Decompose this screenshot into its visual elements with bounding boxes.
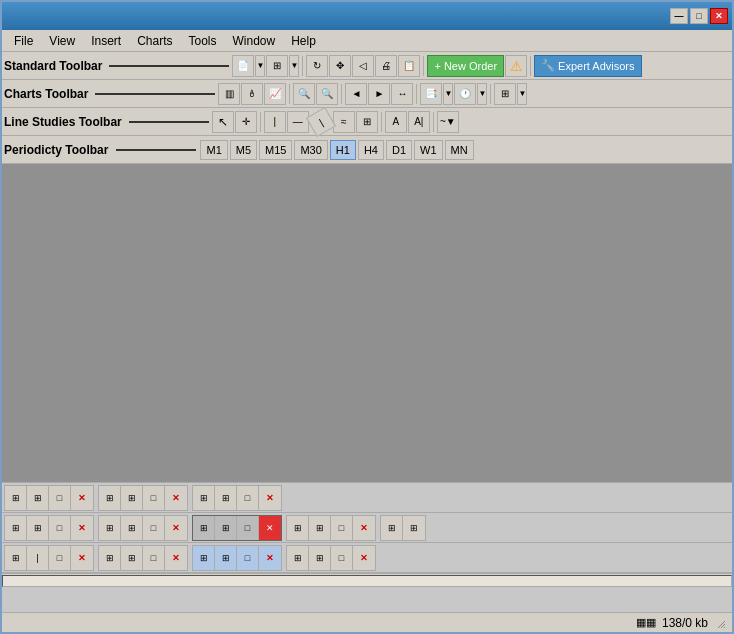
trend-line-button[interactable]: | xyxy=(306,106,336,136)
tab3-icon-4[interactable]: ⊞ xyxy=(99,546,121,570)
tab3-icon-8[interactable]: ⊞ xyxy=(215,546,237,570)
tab3-icon-3[interactable]: □ xyxy=(49,546,71,570)
horizontal-scroll[interactable] xyxy=(2,573,732,587)
menu-window[interactable]: Window xyxy=(225,32,284,50)
tab-icon-4[interactable]: ⊞ xyxy=(99,486,121,510)
tab-icon-2[interactable]: ⊞ xyxy=(27,486,49,510)
crosshair-button[interactable]: ✛ xyxy=(235,111,257,133)
tab-icon-6[interactable]: □ xyxy=(143,486,165,510)
resize-handle[interactable] xyxy=(714,617,726,629)
period-m30[interactable]: M30 xyxy=(294,140,327,160)
expert-advisors-button[interactable]: 🔧 Expert Advisors xyxy=(534,55,641,77)
tab3-icon-12[interactable]: □ xyxy=(331,546,353,570)
tab-icon-7[interactable]: ⊞ xyxy=(193,486,215,510)
tab3-icon-11[interactable]: ⊞ xyxy=(309,546,331,570)
line-chart-button[interactable]: 📈 xyxy=(264,83,286,105)
candle-chart-button[interactable]: 🕯 xyxy=(241,83,263,105)
tab2-close-4[interactable]: ✕ xyxy=(353,516,375,540)
layout-button[interactable]: ⊞ xyxy=(266,55,288,77)
tab3-close-3[interactable]: ✕ xyxy=(259,546,281,570)
menu-help[interactable]: Help xyxy=(283,32,324,50)
tab3-icon-6[interactable]: □ xyxy=(143,546,165,570)
back-button[interactable]: ◁ xyxy=(352,55,374,77)
auto-scroll-button[interactable]: ↔ xyxy=(391,83,413,105)
fib-button[interactable]: ≈ xyxy=(333,111,355,133)
text-button[interactable]: A xyxy=(385,111,407,133)
tab2-icon-9[interactable]: □ xyxy=(237,516,259,540)
label-button[interactable]: A| xyxy=(408,111,430,133)
close-button[interactable]: ✕ xyxy=(710,8,728,24)
tab3-close-2[interactable]: ✕ xyxy=(165,546,187,570)
tab2-icon-13[interactable]: ⊞ xyxy=(381,516,403,540)
tab3-close-1[interactable]: ✕ xyxy=(71,546,93,570)
draw-dropdown[interactable]: ~▼ xyxy=(437,111,459,133)
template-dropdown[interactable]: ▼ xyxy=(443,83,453,105)
tab-icon-5[interactable]: ⊞ xyxy=(121,486,143,510)
new-doc-button[interactable]: 📄 xyxy=(232,55,254,77)
tab3-icon-2[interactable]: | xyxy=(27,546,49,570)
tab2-icon-11[interactable]: ⊞ xyxy=(309,516,331,540)
scroll-right-button[interactable]: ► xyxy=(368,83,390,105)
tab2-icon-1[interactable]: ⊞ xyxy=(5,516,27,540)
cursor-button[interactable]: ↖ xyxy=(212,111,234,133)
period-h4[interactable]: H4 xyxy=(358,140,384,160)
tab2-icon-14[interactable]: ⊞ xyxy=(403,516,425,540)
new-order-button[interactable]: + New Order xyxy=(427,55,504,77)
tab-icon-8[interactable]: ⊞ xyxy=(215,486,237,510)
layout-dropdown[interactable]: ▼ xyxy=(289,55,299,77)
zoom-out-button[interactable]: 🔍 xyxy=(316,83,338,105)
tab-icon-9[interactable]: □ xyxy=(237,486,259,510)
tab-close-3[interactable]: ✕ xyxy=(259,486,281,510)
tab2-icon-6[interactable]: □ xyxy=(143,516,165,540)
tab3-icon-10[interactable]: ⊞ xyxy=(287,546,309,570)
vertical-line-button[interactable]: | xyxy=(264,111,286,133)
tab2-icon-5[interactable]: ⊞ xyxy=(121,516,143,540)
bar-chart-button[interactable]: ▥ xyxy=(218,83,240,105)
new-doc-dropdown[interactable]: ▼ xyxy=(255,55,265,77)
tab-close-2[interactable]: ✕ xyxy=(165,486,187,510)
alert-button[interactable]: ⚠ xyxy=(505,55,527,77)
menu-charts[interactable]: Charts xyxy=(129,32,180,50)
period-m15[interactable]: M15 xyxy=(259,140,292,160)
template-button[interactable]: 📑 xyxy=(420,83,442,105)
print-preview-button[interactable]: 📋 xyxy=(398,55,420,77)
tab2-icon-7[interactable]: ⊞ xyxy=(193,516,215,540)
tab-close-1[interactable]: ✕ xyxy=(71,486,93,510)
pan-button[interactable]: ✥ xyxy=(329,55,351,77)
zoom-in-button[interactable]: 🔍 xyxy=(293,83,315,105)
menu-view[interactable]: View xyxy=(41,32,83,50)
menu-insert[interactable]: Insert xyxy=(83,32,129,50)
clock-button[interactable]: 🕐 xyxy=(454,83,476,105)
tab-icon-1[interactable]: ⊞ xyxy=(5,486,27,510)
print-button[interactable]: 🖨 xyxy=(375,55,397,77)
menu-file[interactable]: File xyxy=(6,32,41,50)
period-d1[interactable]: D1 xyxy=(386,140,412,160)
period-w1[interactable]: W1 xyxy=(414,140,443,160)
tab2-close-3-active[interactable]: ✕ xyxy=(259,516,281,540)
tab-icon-3[interactable]: □ xyxy=(49,486,71,510)
tab2-icon-2[interactable]: ⊞ xyxy=(27,516,49,540)
tab2-icon-10[interactable]: ⊞ xyxy=(287,516,309,540)
clock-dropdown[interactable]: ▼ xyxy=(477,83,487,105)
tab3-icon-5[interactable]: ⊞ xyxy=(121,546,143,570)
period-mn[interactable]: MN xyxy=(445,140,474,160)
tab2-icon-12[interactable]: □ xyxy=(331,516,353,540)
period-h1[interactable]: H1 xyxy=(330,140,356,160)
menu-tools[interactable]: Tools xyxy=(181,32,225,50)
chart-grid-button[interactable]: ⊞ xyxy=(494,83,516,105)
tab2-close-1[interactable]: ✕ xyxy=(71,516,93,540)
minimize-button[interactable]: — xyxy=(670,8,688,24)
refresh-button[interactable]: ↻ xyxy=(306,55,328,77)
scroll-track[interactable] xyxy=(2,575,732,587)
horizontal-line-button[interactable]: — xyxy=(287,111,309,133)
chart-grid-dropdown[interactable]: ▼ xyxy=(517,83,527,105)
tab3-icon-1[interactable]: ⊞ xyxy=(5,546,27,570)
tab3-icon-7[interactable]: ⊞ xyxy=(193,546,215,570)
tab2-icon-8[interactable]: ⊞ xyxy=(215,516,237,540)
maximize-button[interactable]: □ xyxy=(690,8,708,24)
tab2-close-2[interactable]: ✕ xyxy=(165,516,187,540)
scroll-left-button[interactable]: ◄ xyxy=(345,83,367,105)
tab3-icon-9[interactable]: □ xyxy=(237,546,259,570)
grid-line-button[interactable]: ⊞ xyxy=(356,111,378,133)
tab3-close-4[interactable]: ✕ xyxy=(353,546,375,570)
